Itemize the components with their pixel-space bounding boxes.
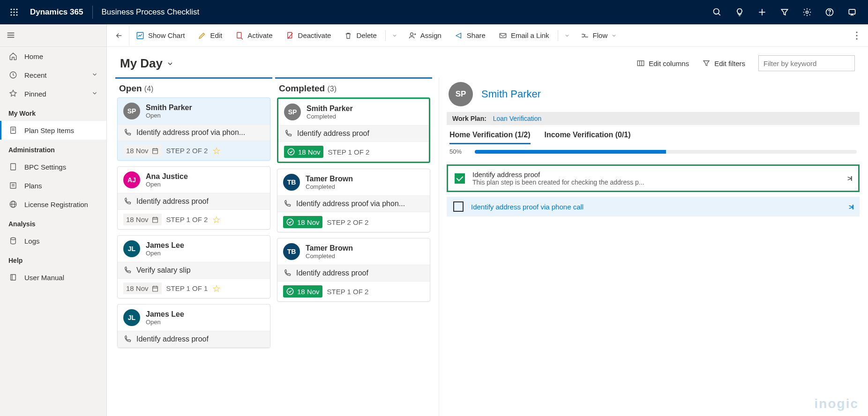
card-date: 18 Nov: [126, 215, 149, 223]
nav-logs[interactable]: Logs: [0, 231, 106, 250]
search-icon[interactable]: [706, 1, 728, 23]
svg-point-60: [287, 288, 293, 295]
detail-name[interactable]: Smith Parker: [481, 88, 541, 100]
star-icon[interactable]: ☆: [212, 283, 221, 294]
svg-point-8: [16, 14, 17, 15]
cmd-more[interactable]: [847, 31, 866, 40]
nav-bpc-settings[interactable]: BPC Settings: [0, 157, 106, 176]
share-icon: [455, 31, 463, 40]
column-count: (4): [144, 85, 154, 93]
activate-icon: [235, 31, 244, 40]
nav-plans[interactable]: Plans: [0, 176, 106, 195]
card-step: STEP 1 OF 1: [166, 284, 208, 292]
help-icon[interactable]: [818, 1, 841, 23]
avatar: JL: [123, 309, 140, 326]
cmd-share[interactable]: Share: [448, 25, 492, 46]
svg-rect-24: [11, 163, 16, 170]
step-desc: This plan step is been created for check…: [472, 178, 847, 186]
svg-point-0: [10, 8, 12, 10]
cmd-deactivate[interactable]: Deactivate: [279, 25, 338, 46]
avatar: TB: [283, 243, 300, 260]
cmd-assign[interactable]: Assign: [402, 25, 448, 46]
detail-tabs: Home Verification (1/2)Income Verificati…: [444, 125, 862, 144]
cmd-email-chevron[interactable]: [560, 33, 574, 38]
column-count: (3): [327, 85, 337, 93]
brand-title: Dynamics 365: [23, 7, 90, 17]
book-icon: [8, 273, 18, 282]
edit-columns-button[interactable]: Edit columns: [636, 59, 689, 67]
back-button[interactable]: [109, 25, 129, 46]
svg-point-3: [10, 11, 12, 13]
chevron-down-icon: [91, 71, 98, 79]
nav-user-manual[interactable]: User Manual: [0, 268, 106, 287]
svg-point-9: [714, 9, 719, 15]
column-completed: Completed (3) SP Smith Parker Completed …: [275, 77, 432, 416]
chevron-down-icon: [166, 56, 174, 71]
nav-label: Plan Step Items: [24, 126, 74, 134]
cmd-edit[interactable]: Edit: [191, 25, 229, 46]
app-launcher[interactable]: [5, 3, 23, 22]
section-analysis: Analysis: [0, 214, 106, 231]
detail-tab[interactable]: Income Verification (0/1): [545, 131, 631, 144]
kanban-card[interactable]: AJ Ana Justice Open Identify address pro…: [117, 166, 270, 230]
card-status: Open: [146, 319, 184, 326]
hamburger-icon[interactable]: [6, 30, 17, 41]
mail-icon: [499, 31, 507, 40]
work-plan-row: Work Plan: Loan Verification: [447, 112, 860, 125]
svg-rect-16: [849, 9, 855, 14]
section-admin: Administration: [0, 140, 106, 157]
nav-license[interactable]: License Registration: [0, 195, 106, 214]
card-task: Identify address proof: [118, 331, 270, 348]
cmd-activate[interactable]: Activate: [229, 25, 279, 46]
star-icon[interactable]: ☆: [212, 145, 221, 156]
filter-input[interactable]: [758, 55, 855, 71]
step-row[interactable]: Identify address proof This plan step is…: [447, 164, 860, 192]
date-chip: 18 Nov: [283, 285, 322, 297]
nav-plan-step-items[interactable]: Plan Step Items: [0, 121, 106, 140]
kanban-card[interactable]: JL James Lee Open Identify address proof: [117, 304, 270, 348]
gear-icon[interactable]: [796, 1, 818, 23]
nav-home[interactable]: Home: [0, 47, 106, 66]
chevron-right-icon[interactable]: >I: [847, 174, 852, 182]
card-date: 18 Nov: [126, 147, 149, 155]
deactivate-icon: [286, 31, 294, 40]
star-icon[interactable]: ☆: [212, 214, 221, 225]
kanban-card[interactable]: TB Tamer Brown Completed Identify addres…: [277, 238, 430, 302]
cmd-flow[interactable]: Flow: [574, 25, 624, 46]
cmd-delete-chevron[interactable]: [388, 33, 402, 38]
card-step: STEP 1 OF 2: [327, 288, 369, 296]
detail-tab[interactable]: Home Verification (1/2): [449, 131, 531, 144]
checkbox[interactable]: [453, 201, 464, 212]
card-status: Completed: [306, 253, 353, 260]
view-selector[interactable]: My Day: [120, 56, 174, 71]
plan-link[interactable]: Loan Verification: [493, 115, 542, 122]
nav-pinned[interactable]: Pinned: [0, 84, 106, 103]
lightbulb-icon[interactable]: [728, 1, 751, 23]
trash-icon: [344, 31, 352, 40]
edit-filters-button[interactable]: Edit filters: [702, 59, 745, 67]
assistant-icon[interactable]: [841, 1, 863, 23]
svg-rect-46: [152, 149, 157, 154]
kanban-card[interactable]: TB Tamer Brown Completed Identify addres…: [277, 169, 430, 232]
content-header: My Day Edit columns Edit filters: [107, 47, 868, 77]
chevron-right-icon[interactable]: >I: [849, 203, 853, 211]
step-row[interactable]: Identify address proof via phone call >I: [447, 197, 860, 216]
kanban-card[interactable]: SP Smith Parker Completed Identify addre…: [277, 97, 430, 163]
nav-label: BPC Settings: [24, 163, 66, 171]
checkbox[interactable]: [455, 173, 465, 184]
nav-label: Home: [24, 52, 43, 60]
svg-rect-43: [638, 61, 644, 66]
cmd-email-link[interactable]: Email a Link: [492, 25, 556, 46]
pin-icon: [8, 89, 18, 98]
card-step: STEP 1 OF 2: [328, 148, 370, 156]
watermark: inogic: [815, 396, 859, 411]
avatar: SP: [449, 82, 473, 106]
kanban-card[interactable]: JL James Lee Open Verify salary slip 18 …: [117, 235, 270, 298]
cmd-show-chart[interactable]: Show Chart: [129, 25, 191, 46]
db-icon: [8, 236, 18, 245]
add-icon[interactable]: [751, 1, 773, 23]
cmd-delete[interactable]: Delete: [337, 25, 383, 46]
nav-recent[interactable]: Recent: [0, 66, 106, 84]
kanban-card[interactable]: SP Smith Parker Open Identify address pr…: [117, 97, 270, 161]
filter-icon[interactable]: [773, 1, 796, 23]
